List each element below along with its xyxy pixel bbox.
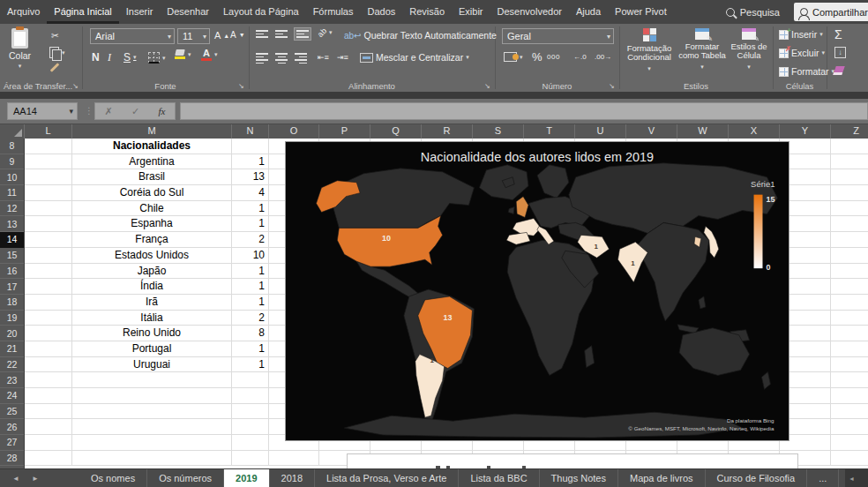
- cell-M[interactable]: [72, 435, 232, 451]
- row-header[interactable]: 28: [0, 451, 24, 467]
- row-header[interactable]: 23: [0, 372, 24, 388]
- cell[interactable]: [831, 264, 868, 280]
- percent-button[interactable]: %: [532, 50, 542, 64]
- row-header[interactable]: 25: [0, 404, 24, 420]
- row-header[interactable]: 18: [0, 295, 24, 311]
- cell-M[interactable]: Índia: [72, 279, 232, 295]
- row-header[interactable]: 15: [0, 248, 24, 264]
- share-button[interactable]: Compartilhar: [794, 3, 868, 21]
- ribbon-tab[interactable]: Página Inicial: [47, 0, 118, 24]
- column-header[interactable]: X: [729, 124, 780, 139]
- cell[interactable]: [831, 388, 868, 404]
- fill-button[interactable]: ↓: [834, 47, 846, 58]
- column-header[interactable]: O: [269, 124, 319, 139]
- partial-chart-below[interactable]: [347, 453, 798, 468]
- column-header[interactable]: U: [575, 124, 626, 139]
- cell[interactable]: [831, 372, 868, 388]
- column-header[interactable]: N: [232, 124, 269, 139]
- format-cells-button[interactable]: Formatar▾: [779, 66, 834, 77]
- column-header[interactable]: L: [25, 124, 72, 139]
- cell-L[interactable]: [25, 326, 72, 341]
- cell-L[interactable]: [25, 279, 72, 295]
- row-header[interactable]: 24: [0, 388, 24, 404]
- cell[interactable]: [831, 341, 868, 357]
- sheet-tab[interactable]: Os números: [147, 469, 224, 487]
- sheet-tab[interactable]: ...: [807, 469, 839, 487]
- fill-color-button[interactable]: ▾: [175, 49, 191, 59]
- cell-N[interactable]: 8: [232, 326, 269, 341]
- row-header[interactable]: 26: [0, 419, 24, 435]
- row-header[interactable]: 16: [0, 264, 24, 280]
- cell-M[interactable]: Itália: [72, 311, 232, 326]
- insert-cells-button[interactable]: + Inserir▾: [779, 29, 823, 40]
- row-header[interactable]: 19: [0, 311, 24, 326]
- cut-button[interactable]: ✂: [51, 30, 59, 41]
- cell-L[interactable]: [25, 185, 72, 201]
- row-header[interactable]: 27: [0, 435, 24, 451]
- cell[interactable]: [831, 435, 868, 451]
- cell-M[interactable]: Brasil: [72, 169, 232, 185]
- cell-L[interactable]: [25, 264, 72, 280]
- map-chart[interactable]: Nacionalidade dos autores lidos em 2019: [285, 141, 789, 441]
- underline-button[interactable]: S▾: [123, 51, 137, 64]
- cell-N[interactable]: [232, 419, 269, 435]
- cell-N[interactable]: 2: [232, 232, 269, 248]
- cell[interactable]: [831, 216, 868, 232]
- column-header[interactable]: W: [677, 124, 729, 139]
- formula-input[interactable]: [180, 102, 868, 120]
- cell-L[interactable]: [25, 311, 72, 326]
- column-header[interactable]: S: [473, 124, 524, 139]
- cell-L[interactable]: [25, 139, 72, 154]
- sheet-tab[interactable]: Curso de Filosofia: [706, 469, 808, 487]
- cell-N[interactable]: 2: [232, 311, 269, 326]
- sheet-tab[interactable]: Os nomes: [79, 469, 147, 487]
- row-header[interactable]: 21: [0, 341, 24, 357]
- cell-M[interactable]: França: [72, 232, 232, 248]
- align-center-button[interactable]: [275, 53, 288, 64]
- align-right-button[interactable]: [295, 53, 307, 64]
- cell-N[interactable]: 1: [232, 341, 269, 357]
- cell-L[interactable]: [25, 451, 72, 467]
- cell-N[interactable]: 4: [232, 185, 269, 201]
- ribbon-tab[interactable]: Ajuda: [569, 0, 608, 24]
- sheet-tab[interactable]: Lista da BBC: [459, 469, 539, 487]
- country-espanha-portugal[interactable]: [506, 232, 530, 244]
- cell-L[interactable]: [25, 435, 72, 451]
- cell-M[interactable]: Estados Unidos: [72, 248, 232, 264]
- cell-M[interactable]: Reino Unido: [72, 326, 232, 341]
- column-header[interactable]: V: [626, 124, 677, 139]
- cell-N[interactable]: 1: [232, 154, 269, 170]
- cell-N[interactable]: 13: [232, 169, 269, 185]
- cell-M[interactable]: [72, 451, 232, 467]
- ribbon-tab[interactable]: Desenhar: [160, 0, 216, 24]
- cell-M[interactable]: Argentina: [72, 154, 232, 170]
- sheet-tab[interactable]: 2018: [270, 469, 315, 487]
- borders-button[interactable]: ▾: [148, 52, 166, 64]
- cell-N[interactable]: 1: [232, 264, 269, 280]
- cell[interactable]: [831, 248, 868, 264]
- row-header[interactable]: 11: [0, 185, 24, 201]
- font-name-combo[interactable]: Arial▾: [90, 28, 175, 44]
- country-reino-unido[interactable]: [516, 197, 528, 218]
- cell-L[interactable]: [25, 404, 72, 420]
- cell-M[interactable]: Uruguai: [72, 357, 232, 373]
- ribbon-tab[interactable]: Revisão: [402, 0, 452, 24]
- ribbon-tab[interactable]: Power Pivot: [608, 0, 674, 24]
- sheet-tab[interactable]: 2019: [224, 469, 269, 487]
- autosum-button[interactable]: Σ: [834, 27, 842, 41]
- row-header[interactable]: 13: [0, 216, 24, 232]
- sheet-tab[interactable]: Mapa de livros: [618, 469, 706, 487]
- row-header[interactable]: 20: [0, 326, 24, 341]
- row-header[interactable]: 12: [0, 201, 24, 217]
- align-bottom-button[interactable]: [295, 28, 311, 40]
- cell-M[interactable]: [72, 419, 232, 435]
- cell[interactable]: [831, 357, 868, 373]
- cell-L[interactable]: [25, 295, 72, 311]
- cell[interactable]: [831, 232, 868, 248]
- decrease-indent-button[interactable]: ⇤≡: [318, 53, 329, 62]
- cell[interactable]: [831, 419, 868, 435]
- cancel-button[interactable]: ✗: [105, 106, 113, 117]
- cell-M[interactable]: [72, 404, 232, 420]
- cell-N[interactable]: [232, 404, 269, 420]
- cell-M[interactable]: [72, 372, 232, 388]
